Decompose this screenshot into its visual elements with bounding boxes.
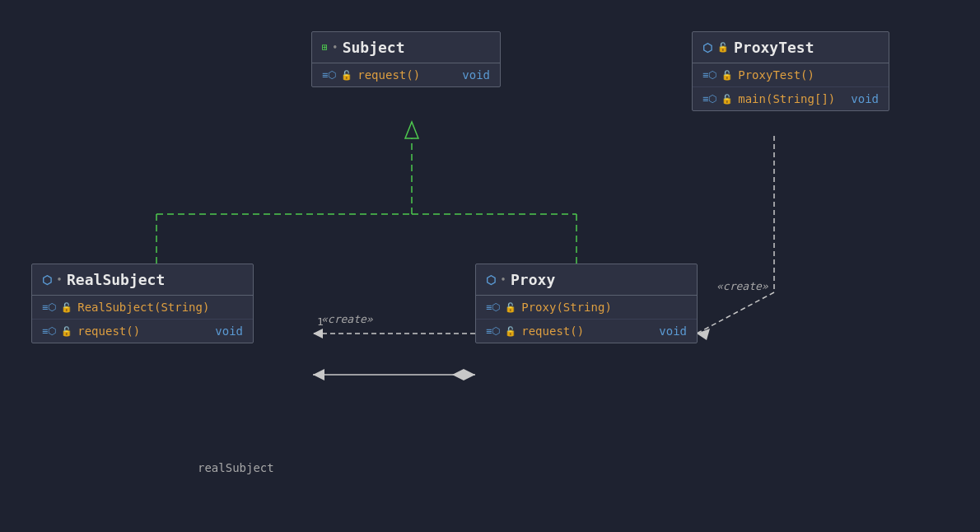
method-proxy-request: ≡⬡ 🔓 request() void: [476, 320, 697, 343]
method-main: ≡⬡ 🔓 main(String[]) void: [693, 87, 889, 110]
real-subject-field-label: realSubject: [198, 461, 274, 474]
method-realsubject-constructor: ≡⬡ 🔓 RealSubject(String): [32, 296, 253, 320]
class-proxytest-name: ProxyTest: [734, 39, 814, 56]
class-realsubject-icon: ⬡: [42, 273, 52, 287]
class-realsubject: ⬡ • RealSubject ≡⬡ 🔓 RealSubject(String)…: [31, 264, 254, 343]
lock-icon-4: 🔓: [61, 302, 72, 313]
method-return-void: void: [462, 68, 490, 82]
method-icon-4: ≡⬡: [42, 301, 56, 313]
class-subject-body: ≡⬡ 🔓 request() void: [312, 63, 500, 86]
class-realsubject-body: ≡⬡ 🔓 RealSubject(String) ≡⬡ 🔓 request() …: [32, 296, 253, 343]
create-label-1: «create»: [321, 313, 373, 325]
lock-icon-6: 🔓: [505, 302, 516, 313]
class-subject-name: Subject: [343, 39, 405, 56]
class-realsubject-name: RealSubject: [67, 271, 165, 288]
method-name-rsconstructor: RealSubject(String): [77, 301, 209, 314]
method-name-pconstructor: Proxy(String): [521, 301, 612, 314]
uml-diagram: 1 «create» «create» realSubject ⊞ • Subj…: [0, 0, 980, 532]
method-icon-7: ≡⬡: [486, 325, 500, 337]
class-subject-icon: ⊞: [322, 42, 328, 53]
class-subject: ⊞ • Subject ≡⬡ 🔓 request() void: [311, 31, 501, 87]
create-label-2: «create»: [716, 280, 768, 292]
method-icon-2: ≡⬡: [702, 69, 716, 81]
svg-line-13: [697, 292, 774, 334]
method-name-ptconstructor: ProxyTest(): [738, 68, 814, 82]
lock-icon-5: 🔓: [61, 326, 72, 337]
method-icon-1: ≡⬡: [322, 69, 336, 81]
method-return-rsrequest: void: [215, 324, 243, 338]
svg-marker-7: [313, 329, 323, 338]
lock-icon-pt: 🔓: [717, 42, 729, 53]
method-return-prequest: void: [659, 324, 687, 338]
class-proxy-header: ⬡ • Proxy: [476, 264, 697, 296]
svg-marker-14: [697, 329, 710, 340]
method-request: ≡⬡ 🔓 request() void: [312, 63, 500, 86]
class-proxytest: ⬡ 🔓 ProxyTest ≡⬡ 🔓 ProxyTest() ≡⬡ 🔓 main…: [692, 31, 889, 111]
svg-marker-11: [452, 369, 475, 380]
lock-icon-7: 🔓: [505, 326, 516, 337]
class-proxy-icon: ⬡: [486, 273, 496, 287]
class-proxytest-header: ⬡ 🔓 ProxyTest: [693, 32, 889, 63]
svg-marker-10: [313, 369, 324, 380]
method-icon-5: ≡⬡: [42, 325, 56, 337]
class-proxytest-body: ≡⬡ 🔓 ProxyTest() ≡⬡ 🔓 main(String[]) voi…: [693, 63, 889, 110]
class-proxy-body: ≡⬡ 🔓 Proxy(String) ≡⬡ 🔓 request() void: [476, 296, 697, 343]
lock-icon-3: 🔓: [721, 94, 733, 105]
svg-marker-5: [405, 122, 418, 138]
method-name-request: request(): [357, 68, 420, 82]
method-name-prequest: request(): [521, 324, 584, 338]
method-name-rsrequest: request(): [77, 324, 140, 338]
method-icon-6: ≡⬡: [486, 301, 500, 313]
method-return-main: void: [851, 92, 879, 105]
method-realsubject-request: ≡⬡ 🔓 request() void: [32, 320, 253, 343]
method-proxytest-constructor: ≡⬡ 🔓 ProxyTest(): [693, 63, 889, 87]
class-proxytest-icon: ⬡: [702, 41, 712, 54]
lock-icon-1: 🔓: [341, 70, 352, 81]
method-proxy-constructor: ≡⬡ 🔓 Proxy(String): [476, 296, 697, 320]
class-realsubject-header: ⬡ • RealSubject: [32, 264, 253, 296]
lock-icon-2: 🔓: [721, 70, 733, 81]
method-name-main: main(String[]): [738, 92, 835, 105]
class-proxy-name: Proxy: [511, 271, 555, 288]
class-subject-header: ⊞ • Subject: [312, 32, 500, 63]
class-proxy: ⬡ • Proxy ≡⬡ 🔓 Proxy(String) ≡⬡ 🔓 reques…: [475, 264, 698, 343]
method-icon-3: ≡⬡: [702, 93, 716, 105]
